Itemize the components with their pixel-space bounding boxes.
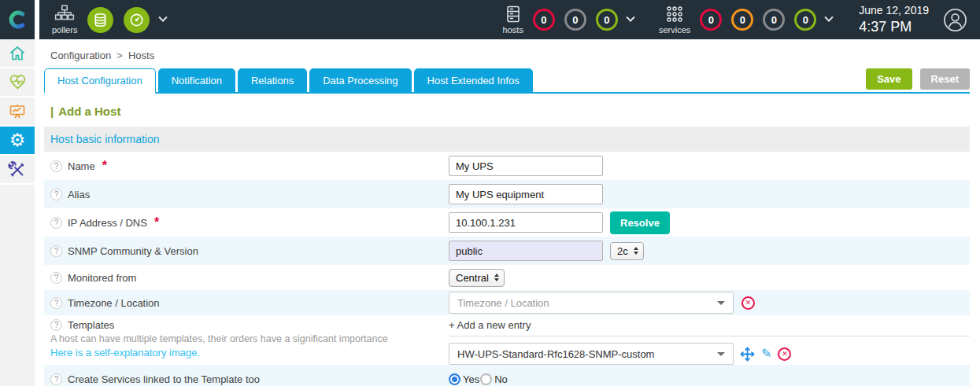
radio-no[interactable] [480, 373, 492, 385]
form-actions: Save Reset [866, 68, 970, 90]
date-text: June 12, 2019 [859, 4, 929, 18]
services-chevron-down-icon[interactable] [825, 13, 834, 22]
name-label: Name [68, 160, 95, 172]
hosts-up-counter[interactable]: 0 [596, 9, 618, 31]
ip-address-input[interactable] [449, 212, 603, 233]
user-avatar-icon [943, 8, 967, 32]
add-template-entry-link[interactable]: + Add a new entry [449, 319, 970, 336]
services-menu[interactable]: services [659, 5, 690, 35]
form-row-timezone: ? Timezone / Location Timezone / Locatio… [44, 290, 970, 315]
sidebar-item-administration[interactable] [0, 156, 35, 185]
template-select[interactable]: HW-UPS-Standard-Rfc1628-SNMP-custom [449, 343, 734, 365]
timezone-select[interactable]: Timezone / Location [449, 292, 734, 314]
resolve-button[interactable]: Resolve [610, 211, 670, 234]
services-icon [664, 5, 685, 24]
alias-label: Alias [68, 189, 90, 200]
chevron-down-icon [717, 352, 725, 356]
help-icon[interactable]: ? [50, 272, 62, 284]
status-cluster: hosts 0 0 0 services 0 [503, 4, 967, 35]
hosts-chevron-down-icon[interactable] [626, 13, 634, 22]
services-warning-counter[interactable]: 0 [731, 9, 753, 31]
breadcrumb-configuration[interactable]: Configuration [50, 50, 111, 61]
help-icon[interactable]: ? [50, 319, 62, 331]
ip-address-label: IP Address / DNS [68, 217, 147, 229]
home-icon [8, 44, 27, 63]
sidebar-item-monitoring[interactable] [0, 68, 35, 97]
tab-host-configuration[interactable]: Host Configuration [44, 68, 156, 94]
services-critical-counter[interactable]: 0 [700, 9, 722, 31]
template-selected-value: HW-UPS-Standard-Rfc1628-SNMP-custom [457, 348, 717, 360]
reset-button[interactable]: Reset [920, 68, 970, 90]
chevron-down-icon [717, 301, 725, 305]
title-marker: | [50, 105, 54, 118]
monitored-from-select[interactable]: Central [449, 269, 505, 287]
sidebar-item-home[interactable] [0, 39, 35, 68]
help-icon[interactable]: ? [50, 189, 62, 200]
breadcrumb-hosts[interactable]: Hosts [128, 50, 154, 61]
select-arrows-icon [494, 274, 499, 281]
form-row-name: ? Name * [44, 152, 970, 180]
services-unknown-counter[interactable]: 0 [763, 9, 785, 31]
tab-data-processing[interactable]: Data Processing [309, 68, 411, 92]
section-host-basic-information: Host basic information [44, 127, 970, 152]
page-title: |Add a Host [50, 105, 970, 118]
sidebar-item-reporting[interactable] [0, 97, 35, 127]
tab-bar: Host Configuration Notification Relation… [44, 68, 970, 94]
monitored-from-label: Monitored from [68, 272, 136, 284]
engine-status-icon[interactable] [124, 7, 150, 33]
help-icon[interactable]: ? [50, 245, 62, 257]
snmp-label: SNMP Community & Version [68, 245, 198, 257]
database-status-icon[interactable] [87, 7, 113, 33]
pollers-icon [54, 5, 75, 24]
tab-relations[interactable]: Relations [238, 68, 307, 92]
help-icon[interactable]: ? [50, 217, 62, 229]
heartbeat-icon [8, 72, 28, 92]
help-icon[interactable]: ? [50, 373, 62, 385]
sidebar: ⚙ [0, 39, 35, 386]
templates-helper-text: A host can have multiple templates, thei… [50, 333, 449, 344]
radio-yes-label[interactable]: Yes [463, 373, 479, 385]
hosts-down-counter[interactable]: 0 [533, 9, 555, 31]
required-marker: * [154, 215, 159, 230]
sidebar-item-configuration[interactable]: ⚙ [0, 127, 35, 156]
database-icon [93, 13, 108, 28]
top-bar: pollers [0, 0, 980, 39]
pollers-chevron-down-icon[interactable] [159, 13, 168, 22]
templates-label: Templates [68, 319, 114, 331]
snmp-version-select[interactable]: 2c [610, 242, 644, 260]
form-row-templates: ? Templates A host can have multiple tem… [44, 315, 970, 365]
hosts-label: hosts [503, 25, 523, 35]
save-button[interactable]: Save [866, 68, 912, 90]
templates-example-link[interactable]: Here is a self-explanatory image. [50, 347, 449, 358]
delete-template-icon[interactable]: ✕ [778, 347, 791, 361]
help-icon[interactable]: ? [50, 297, 62, 309]
presentation-chart-icon [8, 102, 27, 121]
top-bar-main: pollers [39, 0, 980, 39]
radio-yes[interactable] [449, 373, 460, 385]
alias-input[interactable] [449, 184, 603, 204]
hosts-menu[interactable]: hosts [503, 5, 523, 35]
datetime: June 12, 2019 4:37 PM [859, 4, 929, 35]
form-row-monitored-from: ? Monitored from Central [44, 265, 970, 290]
hosts-icon [504, 5, 523, 24]
radio-no-label[interactable]: No [494, 373, 508, 385]
form-row-snmp: ? SNMP Community & Version 2c [44, 237, 970, 265]
user-menu[interactable] [943, 8, 967, 32]
pollers-menu[interactable]: pollers [52, 5, 77, 35]
tab-notification[interactable]: Notification [158, 68, 235, 92]
centreon-logo-icon [7, 9, 28, 30]
required-marker: * [102, 159, 107, 173]
name-input[interactable] [449, 156, 603, 176]
timezone-clear-icon[interactable]: ✕ [741, 296, 755, 310]
timezone-placeholder: Timezone / Location [457, 297, 717, 309]
hosts-unreachable-counter[interactable]: 0 [564, 9, 586, 31]
help-icon[interactable]: ? [50, 160, 62, 172]
edit-icon[interactable]: ✎ [761, 347, 771, 360]
centreon-logo[interactable] [0, 0, 35, 39]
tab-host-extended-infos[interactable]: Host Extended Infos [414, 68, 533, 92]
form-row-ip-address: ? IP Address / DNS * Resolve [44, 208, 970, 237]
services-ok-counter[interactable]: 0 [794, 9, 816, 31]
snmp-community-input[interactable] [449, 241, 603, 261]
create-services-label: Create Services linked to the Template t… [68, 373, 260, 385]
move-icon[interactable] [740, 347, 755, 362]
